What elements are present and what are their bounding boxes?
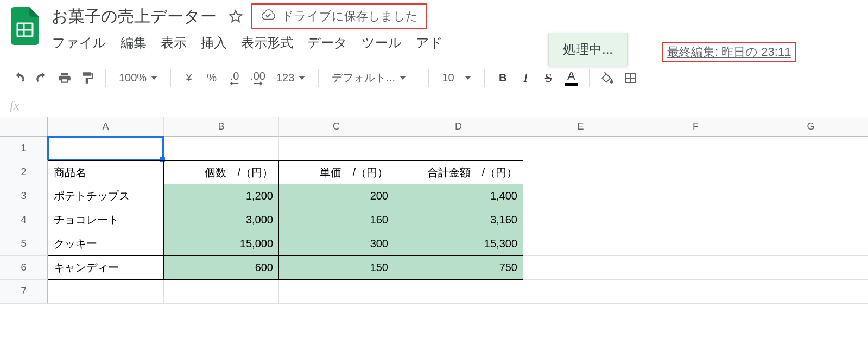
cell-A2[interactable]: 商品名 — [48, 160, 164, 184]
toolbar-separator — [484, 69, 485, 87]
column-header[interactable]: F — [638, 117, 753, 137]
increase-decimal-button[interactable]: .00 — [248, 69, 268, 87]
menu-file[interactable]: ファイル — [48, 32, 111, 54]
row-header[interactable]: 3 — [0, 184, 48, 208]
cell-D2[interactable]: 合計金額 /（円） — [394, 160, 523, 184]
cell-G1[interactable] — [753, 137, 868, 160]
redo-button[interactable] — [33, 69, 51, 87]
row-header[interactable]: 4 — [0, 208, 48, 232]
menu-tools[interactable]: ツール — [357, 32, 406, 54]
cell-B5[interactable]: 15,000 — [164, 232, 279, 256]
cell-B2[interactable]: 個数 /（円） — [164, 160, 279, 184]
fill-color-button[interactable] — [598, 69, 617, 87]
text-color-button[interactable]: A — [562, 69, 580, 87]
strikethrough-button[interactable]: S — [539, 69, 557, 87]
cell-G7[interactable] — [753, 280, 868, 304]
cell-E4[interactable] — [523, 208, 638, 232]
menu-insert[interactable]: 挿入 — [197, 32, 231, 54]
row-header[interactable]: 7 — [0, 280, 48, 304]
paint-format-button[interactable] — [78, 69, 97, 87]
cell-B4[interactable]: 3,000 — [164, 208, 279, 232]
cell-A1[interactable] — [48, 137, 164, 160]
column-header[interactable]: B — [164, 117, 279, 137]
cell-C1[interactable] — [279, 137, 394, 160]
cell-F4[interactable] — [638, 208, 753, 232]
cell-D6[interactable]: 750 — [394, 256, 523, 280]
cell-B1[interactable] — [164, 137, 279, 160]
cell-C5[interactable]: 300 — [279, 232, 394, 256]
cell-C2[interactable]: 単価 /（円） — [279, 160, 394, 184]
cell-F3[interactable] — [638, 184, 753, 208]
italic-button[interactable]: I — [516, 69, 535, 87]
cell-C4[interactable]: 160 — [279, 208, 394, 232]
cell-D4[interactable]: 3,160 — [394, 208, 523, 232]
cell-D3[interactable]: 1,400 — [394, 184, 523, 208]
cell-F7[interactable] — [638, 280, 753, 304]
cell-B7[interactable] — [164, 280, 279, 304]
column-header[interactable]: E — [523, 117, 638, 137]
save-status[interactable]: ドライブに保存しました — [251, 3, 427, 29]
cell-C6[interactable]: 150 — [279, 256, 394, 280]
number-format-dropdown[interactable]: 123 — [272, 72, 309, 84]
cell-D1[interactable] — [394, 137, 523, 160]
cell-A5[interactable]: クッキー — [48, 232, 164, 256]
menu-addons[interactable]: アド — [411, 32, 447, 54]
last-edit[interactable]: 最終編集: 昨日の 23:11 — [662, 42, 796, 62]
document-title[interactable]: お菓子の売上データー — [48, 4, 220, 29]
cell-E3[interactable] — [523, 184, 638, 208]
cell-E6[interactable] — [523, 256, 638, 280]
column-header[interactable]: G — [753, 117, 868, 137]
cell-G5[interactable] — [753, 232, 868, 256]
caret-down-icon — [400, 76, 406, 80]
row-header[interactable]: 6 — [0, 256, 48, 280]
column-header[interactable]: D — [394, 117, 523, 137]
column-header[interactable]: C — [279, 117, 394, 137]
cell-C3[interactable]: 200 — [279, 184, 394, 208]
cells-area: A B C D E F G 商品名 個数 /（円） 単価 — [48, 117, 868, 304]
zoom-dropdown[interactable]: 100% — [115, 72, 162, 84]
cell-C7[interactable] — [279, 280, 394, 304]
select-all-corner[interactable] — [0, 117, 48, 137]
cell-D5[interactable]: 15,300 — [394, 232, 523, 256]
cell-B3[interactable]: 1,200 — [164, 184, 279, 208]
undo-button[interactable] — [10, 69, 28, 87]
bold-button[interactable]: B — [493, 69, 512, 87]
menu-data[interactable]: データ — [303, 32, 352, 54]
cell-B6[interactable]: 600 — [164, 256, 279, 280]
cell-F5[interactable] — [638, 232, 753, 256]
print-button[interactable] — [55, 69, 74, 87]
sheets-logo-icon[interactable] — [9, 4, 41, 48]
cell-E1[interactable] — [523, 137, 638, 160]
cell-G6[interactable] — [753, 256, 868, 280]
cell-G4[interactable] — [753, 208, 868, 232]
decrease-decimal-button[interactable]: .0 — [225, 69, 244, 87]
font-dropdown[interactable]: デフォルト... — [327, 70, 420, 85]
cell-A7[interactable] — [48, 280, 164, 304]
row-header[interactable]: 2 — [0, 160, 48, 184]
cell-F1[interactable] — [638, 137, 753, 160]
cell-F2[interactable] — [638, 160, 753, 184]
cell-E5[interactable] — [523, 232, 638, 256]
font-size-dropdown[interactable]: 10 — [438, 72, 476, 84]
percent-button[interactable]: % — [202, 69, 221, 87]
cell-A6[interactable]: キャンディー — [48, 256, 164, 280]
star-icon[interactable] — [228, 9, 243, 24]
borders-button[interactable] — [621, 69, 639, 87]
formula-input[interactable] — [27, 98, 858, 114]
menu-view[interactable]: 表示 — [156, 32, 191, 54]
cell-E2[interactable] — [523, 160, 638, 184]
cell-A3[interactable]: ポテトチップス — [48, 184, 164, 208]
caret-down-icon — [465, 76, 471, 80]
cell-D7[interactable] — [394, 280, 523, 304]
cell-G3[interactable] — [753, 184, 868, 208]
menu-edit[interactable]: 編集 — [116, 32, 151, 54]
row-header[interactable]: 1 — [0, 137, 48, 160]
cell-A4[interactable]: チョコレート — [48, 208, 164, 232]
cell-F6[interactable] — [638, 256, 753, 280]
column-header[interactable]: A — [48, 117, 164, 137]
menu-format[interactable]: 表示形式 — [237, 32, 297, 54]
row-header[interactable]: 5 — [0, 232, 48, 256]
cell-E7[interactable] — [523, 280, 638, 304]
cell-G2[interactable] — [753, 160, 868, 184]
currency-button[interactable]: ¥ — [180, 69, 198, 87]
